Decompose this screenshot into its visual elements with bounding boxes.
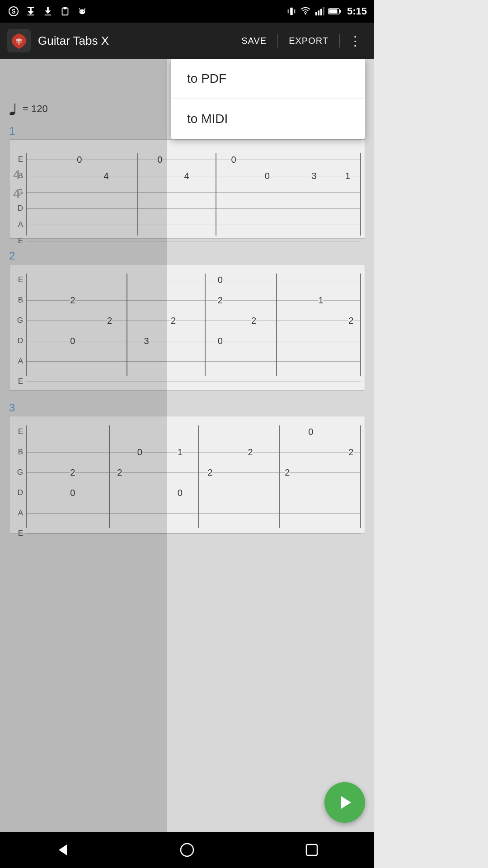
svg-line-12 bbox=[80, 9, 80, 10]
f2-G-4: 2 bbox=[348, 316, 353, 326]
f3-D-2: 0 bbox=[178, 488, 183, 498]
bl2-3 bbox=[276, 274, 277, 376]
f3-B-3: 2 bbox=[248, 447, 253, 458]
export-to-midi-item[interactable]: to MIDI bbox=[171, 99, 365, 139]
svg-marker-7 bbox=[45, 10, 51, 14]
home-icon bbox=[179, 842, 195, 858]
f2-G-2: 2 bbox=[171, 316, 176, 326]
bl3-4 bbox=[360, 425, 361, 528]
android-icon bbox=[76, 5, 89, 18]
svg-rect-10 bbox=[64, 7, 66, 9]
svg-marker-4 bbox=[28, 11, 34, 14]
clipboard-icon bbox=[59, 5, 71, 18]
play-button[interactable] bbox=[324, 782, 365, 823]
svg-rect-17 bbox=[288, 9, 289, 13]
barline-1-2 bbox=[216, 153, 216, 236]
save-button[interactable]: SAVE bbox=[234, 32, 274, 50]
bl2-2 bbox=[205, 274, 206, 376]
f3-G-4: 2 bbox=[285, 467, 290, 478]
svg-point-35 bbox=[181, 844, 193, 856]
play-icon bbox=[337, 794, 353, 811]
svg-rect-20 bbox=[315, 12, 317, 15]
fret-B1-2: 4 bbox=[184, 171, 189, 181]
overflow-menu-button[interactable]: ⋮ bbox=[343, 30, 367, 52]
bl3-2 bbox=[198, 425, 199, 528]
nav-bar bbox=[0, 832, 374, 868]
fret-B1-3: 0 bbox=[265, 171, 270, 181]
f3-G-3: 2 bbox=[208, 467, 213, 478]
app-logo bbox=[7, 29, 31, 52]
battery-icon bbox=[328, 7, 342, 15]
vibrate-icon bbox=[286, 6, 296, 16]
svg-line-13 bbox=[84, 9, 85, 10]
bl3-3 bbox=[279, 425, 280, 528]
status-icons-right: 5:15 bbox=[286, 5, 367, 17]
svg-rect-26 bbox=[329, 9, 337, 14]
svg-marker-33 bbox=[341, 796, 351, 809]
svg-rect-18 bbox=[294, 9, 295, 13]
svg-rect-5 bbox=[28, 14, 34, 15]
download-icon bbox=[24, 5, 37, 18]
f3-E-1: 0 bbox=[308, 427, 313, 437]
back-icon bbox=[54, 842, 70, 858]
svg-point-15 bbox=[83, 11, 84, 12]
fret-B1-4: 3 bbox=[312, 171, 317, 181]
guitar-pick-icon bbox=[10, 32, 28, 50]
app-bar: Guitar Tabs X SAVE EXPORT ⋮ bbox=[0, 23, 374, 59]
export-button[interactable]: EXPORT bbox=[282, 32, 336, 50]
svg-marker-34 bbox=[59, 844, 67, 855]
app-title: Guitar Tabs X bbox=[38, 34, 234, 48]
fret-E1-3: 0 bbox=[231, 155, 236, 165]
svg-rect-8 bbox=[45, 14, 52, 15]
svg-rect-22 bbox=[320, 9, 322, 16]
svg-rect-25 bbox=[339, 10, 341, 13]
svg-rect-36 bbox=[306, 844, 317, 855]
overlay bbox=[0, 59, 167, 832]
app-bar-actions: SAVE EXPORT ⋮ bbox=[234, 30, 367, 52]
wifi-icon bbox=[300, 6, 311, 16]
f3-B-4: 2 bbox=[348, 447, 353, 458]
action-divider2 bbox=[339, 34, 340, 47]
skype-icon: S bbox=[7, 5, 20, 18]
back-button[interactable] bbox=[49, 836, 76, 863]
svg-rect-16 bbox=[290, 8, 293, 15]
status-bar: S bbox=[0, 0, 374, 23]
home-button[interactable] bbox=[174, 836, 201, 863]
signal-icon bbox=[314, 6, 324, 16]
status-icons-left: S bbox=[7, 5, 89, 18]
f2-D-3: 0 bbox=[218, 336, 223, 346]
svg-point-11 bbox=[80, 9, 85, 14]
svg-point-14 bbox=[80, 11, 81, 12]
f2-E-1: 0 bbox=[218, 275, 223, 285]
export-to-midi-label: to MIDI bbox=[187, 112, 228, 126]
download2-icon bbox=[42, 5, 54, 18]
svg-text:S: S bbox=[11, 8, 15, 15]
barline-1-3 bbox=[360, 153, 361, 236]
svg-point-19 bbox=[305, 13, 306, 15]
svg-rect-21 bbox=[318, 10, 319, 15]
recents-button[interactable] bbox=[298, 836, 325, 863]
f2-G-3: 2 bbox=[251, 316, 256, 326]
bl2-4 bbox=[360, 274, 361, 376]
export-to-pdf-item[interactable]: to PDF bbox=[171, 59, 365, 99]
fret-B1-5: 1 bbox=[345, 171, 350, 181]
export-dropdown-menu: to PDF to MIDI bbox=[171, 59, 365, 139]
status-time: 5:15 bbox=[347, 5, 367, 17]
svg-rect-23 bbox=[323, 7, 324, 15]
recents-icon bbox=[305, 843, 319, 857]
action-divider bbox=[277, 34, 278, 47]
f2-B-2: 2 bbox=[218, 295, 223, 306]
export-to-pdf-label: to PDF bbox=[187, 71, 226, 86]
f3-B-2: 1 bbox=[178, 447, 183, 458]
f2-B-3: 1 bbox=[318, 295, 323, 306]
